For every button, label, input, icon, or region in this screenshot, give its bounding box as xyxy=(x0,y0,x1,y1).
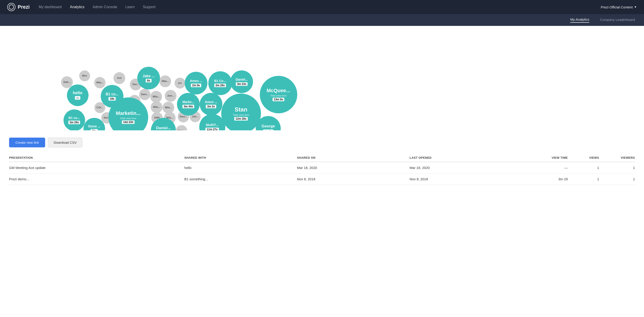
analytics-table: PRESENTATION SHARED WITH SHARED ON LAST … xyxy=(9,154,635,185)
bubble-b9[interactable]: Mila... xyxy=(150,91,162,103)
subnav-my-analytics[interactable]: My Analytics xyxy=(570,18,589,23)
bubble-title: Dani... xyxy=(180,115,187,118)
bubble-time: 18s xyxy=(108,97,116,101)
cell-views: 1 xyxy=(572,162,604,173)
bubble-title: Mila... xyxy=(153,95,160,98)
col-header-shared-with: SHARED WITH xyxy=(184,154,297,162)
col-header-last-opened: LAST OPENED xyxy=(410,154,522,162)
bubble-b17[interactable]: Dani... xyxy=(176,125,187,130)
create-new-link-button[interactable]: Create new link xyxy=(9,138,45,147)
bubble-b7[interactable]: joe xyxy=(174,78,186,89)
bubble-title: George xyxy=(262,124,275,129)
bubble-time: 8s xyxy=(146,79,151,82)
table-row: GM Meeting Ace update hello Mar 18, 2020… xyxy=(9,162,635,173)
bubble-title: B1 Co... xyxy=(214,79,226,83)
bubble-title: Marketin... xyxy=(116,110,141,116)
bubble-b-amos2[interactable]: Amos ...3m 2s xyxy=(200,93,222,116)
bubble-title: Amos ... xyxy=(190,79,202,83)
bubble-time: — xyxy=(75,96,80,100)
download-csv-button[interactable]: Download CSV xyxy=(48,138,82,147)
bubble-title: COt... xyxy=(96,106,103,109)
bubble-title: MultiT... xyxy=(206,123,218,127)
prezi-logo-icon xyxy=(7,3,16,11)
bubble-time: 11m 27s xyxy=(205,128,219,131)
bubble-b-b1cob[interactable]: B1 co...3m 29s xyxy=(64,109,85,131)
bubble-title: B1 co... xyxy=(106,92,119,96)
cell-view-time: 3m 29 xyxy=(522,173,572,185)
bubble-b-hello[interactable]: hello— xyxy=(67,85,88,106)
nav-admin-console[interactable]: Admin Console xyxy=(92,5,117,9)
bubble-time: 2m 28s xyxy=(214,84,226,87)
subnav-company-leaderboard[interactable]: Company Leaderboard xyxy=(600,18,635,23)
cell-shared-on: Mar 18, 2020 xyxy=(297,162,410,173)
bubble-b10[interactable]: Jam... xyxy=(165,90,176,102)
bubble-time: 2m 9s xyxy=(191,84,201,87)
bubble-title: Mila... xyxy=(96,81,104,84)
bubble-b-daniel2[interactable]: Daniel...3m 23s xyxy=(230,70,253,93)
cell-shared-with: B1 something... xyxy=(184,173,297,185)
bubble-title: Marke... xyxy=(182,100,194,104)
bubble-time: 4m 8s xyxy=(263,129,274,130)
bubble-title: joe xyxy=(178,82,182,85)
bubble-b-b1co2[interactable]: B1 Co...2m 28s xyxy=(208,71,232,95)
bubble-b8[interactable]: Dani... xyxy=(139,89,150,100)
bubble-b2[interactable]: Ben xyxy=(79,70,90,81)
bubble-b-stan[interactable]: StanTotal view time12m 28s xyxy=(221,94,261,131)
cell-shared-with: hello xyxy=(184,162,297,173)
bubble-title: Jam... xyxy=(167,94,174,97)
bubble-title: Stan xyxy=(235,106,247,113)
bubble-b4[interactable]: test xyxy=(114,72,125,84)
bubble-b3[interactable]: Mila... xyxy=(94,77,106,88)
bubble-title: Mila... xyxy=(153,106,160,109)
cell-viewers: 1 xyxy=(604,162,635,173)
bubble-b-jake[interactable]: Jake ...8s xyxy=(137,67,160,90)
chevron-down-icon: ▼ xyxy=(634,6,637,9)
nav-analytics[interactable]: Analytics xyxy=(70,5,84,9)
bubble-time: 14d 23h xyxy=(122,120,135,124)
bubble-title: Stei... xyxy=(132,83,139,86)
prezi-logo[interactable]: Prezi xyxy=(7,3,30,11)
bubble-b11[interactable]: Mila... xyxy=(151,101,162,113)
bubble-title: McQuee... xyxy=(267,88,290,94)
logo-text: Prezi xyxy=(18,4,30,10)
subnav: My Analytics Company Leaderboard xyxy=(0,14,644,26)
col-header-viewers: VIEWERS xyxy=(604,154,635,162)
cell-presentation: GM Meeting Ace update xyxy=(9,162,184,173)
cell-viewers: 1 xyxy=(604,173,635,185)
table-header-row: PRESENTATION SHARED WITH SHARED ON LAST … xyxy=(9,154,635,162)
nav-my-dashboard[interactable]: My dashboard xyxy=(39,5,62,9)
cell-views: 1 xyxy=(572,173,604,185)
bubble-title: Mila... xyxy=(162,80,169,83)
col-header-presentation: PRESENTATION xyxy=(9,154,184,162)
bubble-b12[interactable]: Mila... xyxy=(162,102,174,114)
nav-support[interactable]: Support xyxy=(143,5,156,9)
nav-prezi-official-content[interactable]: Prezi Official Content ▼ xyxy=(601,5,637,9)
bubble-b1[interactable]: Sale... xyxy=(61,76,73,88)
bubble-b6[interactable]: Mila... xyxy=(159,75,171,87)
nav-links: My dashboard Analytics Admin Console Lea… xyxy=(39,5,156,9)
bubble-title: Dani... xyxy=(141,93,148,96)
bubble-chart: Sale...BenMila...testStei...Mila...joeDa… xyxy=(0,26,644,130)
bubble-title: Daniel... xyxy=(156,126,171,130)
bubble-title: Stone ... xyxy=(88,124,100,128)
table-row: Prezi demo... B1 something... Nov 8, 201… xyxy=(9,173,635,185)
bubble-b-marke2[interactable]: Marke...3m 44s xyxy=(177,93,200,116)
bubble-title: Amos ... xyxy=(205,100,217,104)
bubble-time: 12m 28s xyxy=(234,117,248,121)
bubble-time: 3m 2s xyxy=(206,105,216,108)
bubble-title: B1 co... xyxy=(68,116,80,120)
bubble-time: 13m 9s xyxy=(272,98,284,101)
bubble-sublabel: Total view time xyxy=(233,114,249,116)
nav-learn[interactable]: Learn xyxy=(126,5,135,9)
cell-view-time: — xyxy=(522,162,572,173)
bottom-section: Create new link Download CSV PRESENTATIO… xyxy=(0,130,644,185)
cell-last-opened: Mar 18, 2020 xyxy=(410,162,522,173)
bubble-b-mcquee[interactable]: McQuee...Total view time13m 9s xyxy=(260,76,297,113)
bubble-title: Sale... xyxy=(63,81,70,84)
bubble-b-amos1[interactable]: Amos ...2m 9s xyxy=(185,72,208,95)
col-header-shared-on: SHARED ON xyxy=(297,154,410,162)
bubble-title: hello xyxy=(73,91,82,96)
bubble-title: Ben xyxy=(82,74,87,77)
bubble-title: Dani... xyxy=(178,129,185,130)
bubble-time: 21s xyxy=(90,129,98,130)
